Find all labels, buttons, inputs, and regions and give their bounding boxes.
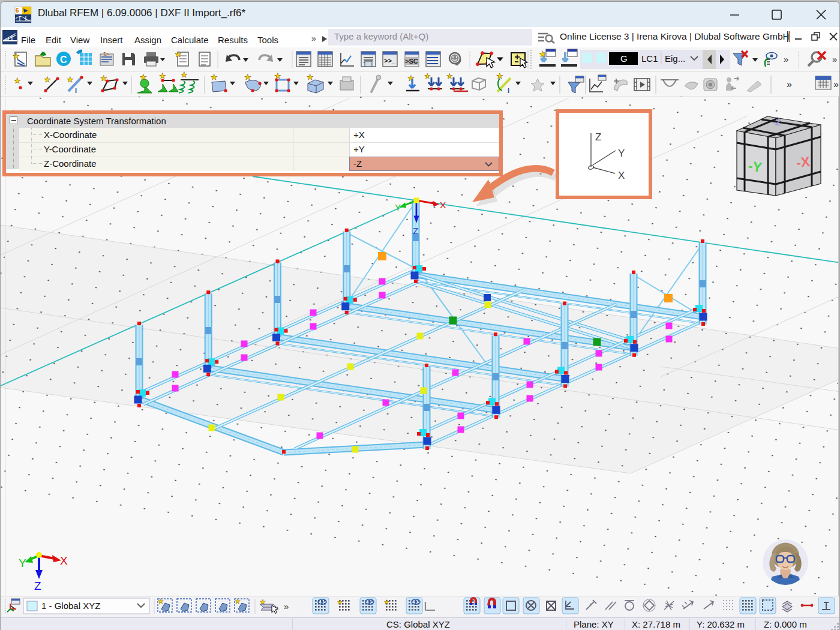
svg-text:»: » <box>284 601 289 611</box>
svg-text:★: ★ <box>384 599 389 605</box>
svg-text:★: ★ <box>158 598 164 605</box>
svg-text:★: ★ <box>235 598 241 605</box>
svg-text:1 - Global XYZ: 1 - Global XYZ <box>41 601 100 611</box>
svg-text:Z: Z <box>595 131 601 143</box>
svg-text:Y: Y <box>395 202 401 212</box>
svg-text:-Y: -Y <box>747 158 763 175</box>
svg-text:X: X <box>60 554 68 567</box>
svg-text:Z: Z <box>34 580 41 592</box>
svg-text:Y: Y <box>19 557 26 569</box>
svg-text:★: ★ <box>260 598 266 605</box>
svg-text:Y: Y <box>618 148 625 159</box>
svg-text:-Z: -Z <box>772 116 781 128</box>
svg-text:-X: -X <box>796 154 811 170</box>
svg-text:★: ★ <box>337 599 343 605</box>
svg-text:Z: Z <box>413 226 418 236</box>
svg-text:X: X <box>618 170 625 181</box>
svg-text:X: X <box>440 200 446 210</box>
